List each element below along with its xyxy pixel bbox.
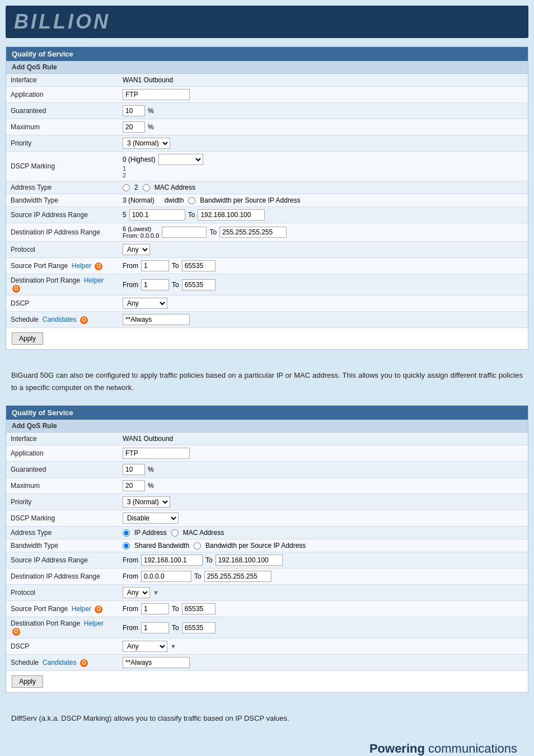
table-row: Destination IP Address Range From To xyxy=(6,569,528,585)
table-row: Destination Port Range Helper O From To xyxy=(6,274,528,295)
dest-port-helper-link-2[interactable]: Helper xyxy=(84,619,104,627)
label-address-type: Address Type xyxy=(6,181,118,194)
label-source-port: Source Port Range Helper O xyxy=(6,258,118,274)
dest-port-to-2[interactable] xyxy=(182,622,216,633)
source-port-helper-link-2[interactable]: Helper xyxy=(72,605,91,613)
dest-port-info-icon[interactable]: O xyxy=(12,285,20,293)
schedule-info-icon[interactable]: O xyxy=(80,316,88,324)
guaranteed-input[interactable] xyxy=(123,105,145,116)
protocol-select[interactable]: Any xyxy=(123,244,150,255)
dscp-select-1[interactable] xyxy=(158,154,203,165)
dest-ip-from-2[interactable] xyxy=(141,571,191,582)
description-1: BiGuard 50G can also be configured to ap… xyxy=(6,358,528,405)
table-row: Bandwidth Type Shared Bandwidth Bandwidt… xyxy=(6,539,528,552)
apply-button-1[interactable]: Apply xyxy=(12,332,43,345)
apply-button-2[interactable]: Apply xyxy=(12,675,43,688)
source-ip-from-2[interactable] xyxy=(141,555,203,566)
table-row: Destination Port Range Helper O From To xyxy=(6,617,528,638)
label-dscp: DSCP xyxy=(6,295,118,312)
table-row: Application xyxy=(6,445,528,462)
source-ip-from[interactable] xyxy=(129,209,185,220)
label-protocol-2: Protocol xyxy=(6,585,118,601)
table-row: Address Type 2 MAC Address xyxy=(6,181,528,194)
source-port-helper-link[interactable]: Helper xyxy=(72,262,91,270)
dest-port-to[interactable] xyxy=(182,279,216,290)
table-row: Priority 3 (Normal) xyxy=(6,494,528,510)
dest-ip-to-2[interactable] xyxy=(204,571,271,582)
source-ip-to-2[interactable] xyxy=(216,555,283,566)
val-source-ip-2: From To xyxy=(118,552,528,569)
source-port-from[interactable] xyxy=(141,260,169,271)
val-source-port-2: From To xyxy=(118,601,528,617)
table-row: Protocol Any ▼ xyxy=(6,585,528,601)
protocol-select-2[interactable]: Any xyxy=(123,587,150,598)
bandwidth-type-radio[interactable] xyxy=(188,197,195,204)
dest-ip-from[interactable] xyxy=(162,227,207,238)
source-ip-to[interactable] xyxy=(198,209,265,220)
address-type-mac-radio-2[interactable] xyxy=(171,529,179,537)
schedule-candidates-link-2[interactable]: Candidates xyxy=(43,659,77,666)
label-bandwidth-type: Bandwidth Type xyxy=(6,194,118,207)
val-schedule-2 xyxy=(118,655,528,671)
val-dscp-2: Any ▼ xyxy=(118,638,528,655)
label-guaranteed-2: Guaranteed xyxy=(6,462,118,478)
source-port-from-2[interactable] xyxy=(141,603,169,614)
val-dscp-marking-2: Disable xyxy=(118,510,528,527)
label-maximum-2: Maximum xyxy=(6,478,118,494)
priority-select[interactable]: 3 (Normal) xyxy=(123,138,170,149)
dscp-select-2[interactable]: Any xyxy=(123,298,167,309)
address-type-ip-radio[interactable] xyxy=(123,529,130,537)
val-dscp-marking: 0 (Highest) 1 2 xyxy=(118,152,528,181)
dscp-marking-select-2[interactable]: Disable xyxy=(123,513,179,524)
table-row: Application xyxy=(6,87,528,103)
dest-port-helper-link[interactable]: Helper xyxy=(84,276,104,284)
val-protocol: Any xyxy=(118,242,528,258)
description-2: DiffServ (a.k.a. DSCP Marking) allows yo… xyxy=(6,701,528,736)
maximum-input-2[interactable] xyxy=(123,480,145,491)
qos-title-2: Quality of Service xyxy=(6,406,528,420)
dest-port-from-2[interactable] xyxy=(141,622,169,633)
table-row: Source Port Range Helper O From To xyxy=(6,258,528,274)
priority-select-2[interactable]: 3 (Normal) xyxy=(123,496,170,508)
maximum-input[interactable] xyxy=(123,121,145,133)
dscp-select-3[interactable]: Any xyxy=(123,641,167,652)
shared-bandwidth-radio[interactable] xyxy=(123,542,130,550)
label-dest-port: Destination Port Range Helper O xyxy=(6,274,118,295)
source-port-to-2[interactable] xyxy=(182,603,216,614)
schedule-info-icon-2[interactable]: O xyxy=(80,659,88,667)
table-row: Source IP Address Range 5 To xyxy=(6,207,528,223)
label-bandwidth-type-2: Bandwidth Type xyxy=(6,539,118,552)
schedule-input[interactable] xyxy=(123,314,190,325)
label-maximum: Maximum xyxy=(6,119,118,135)
table-row: Address Type IP Address MAC Address xyxy=(6,527,528,539)
application-input[interactable] xyxy=(123,89,190,100)
logo-area: BILLION xyxy=(6,6,528,38)
table-row: DSCP Marking Disable xyxy=(6,510,528,527)
source-port-to[interactable] xyxy=(182,260,216,271)
powering-footer: Powering communications with Security xyxy=(369,741,517,756)
table-row: Schedule Candidates O xyxy=(6,655,528,671)
dest-port-info-icon-2[interactable]: O xyxy=(12,628,20,636)
application-input-2[interactable] xyxy=(123,448,190,459)
label-protocol: Protocol xyxy=(6,242,118,258)
val-dest-port: From To xyxy=(118,274,528,295)
dest-ip-to[interactable] xyxy=(219,227,287,238)
bandwidth-per-source-radio[interactable] xyxy=(194,542,201,550)
schedule-input-2[interactable] xyxy=(123,657,190,668)
table-row: Source Port Range Helper O From To xyxy=(6,601,528,617)
val-dscp: Any xyxy=(118,295,528,312)
address-type-radio-2[interactable] xyxy=(123,184,130,191)
val-guaranteed-2: % xyxy=(118,462,528,478)
label-interface-2: Interface xyxy=(6,433,118,445)
schedule-candidates-link[interactable]: Candidates xyxy=(43,316,77,323)
dest-port-from[interactable] xyxy=(141,279,169,290)
table-row: Schedule Candidates O xyxy=(6,312,528,328)
source-port-info-icon[interactable]: O xyxy=(95,262,102,270)
qos-section-2: Quality of Service Add QoS Rule Interfac… xyxy=(6,405,528,693)
label-priority: Priority xyxy=(6,135,118,152)
source-port-info-icon-2[interactable]: O xyxy=(95,605,102,613)
guaranteed-input-2[interactable] xyxy=(123,464,145,475)
address-type-mac-radio[interactable] xyxy=(143,184,150,191)
val-maximum: % xyxy=(118,119,528,135)
table-row: Interface WAN1 Outbound xyxy=(6,74,528,87)
